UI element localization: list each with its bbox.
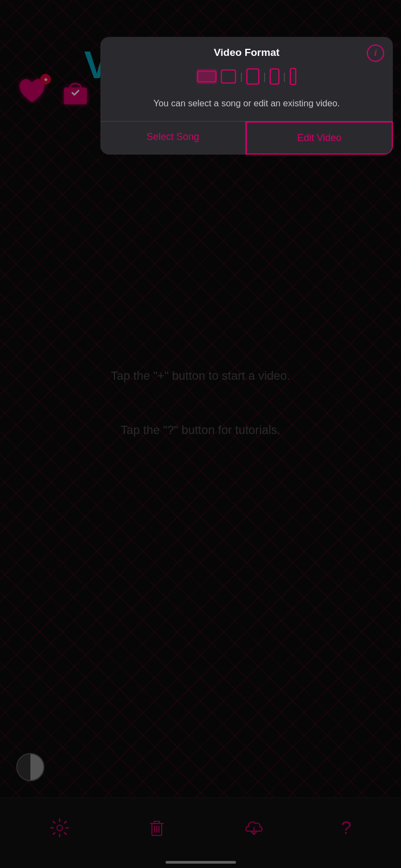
- modal-description: You can select a song or edit an existin…: [100, 92, 393, 121]
- edit-video-button[interactable]: Edit Video: [246, 122, 393, 155]
- format-divider-2: |: [263, 72, 266, 81]
- format-divider-1: |: [240, 72, 243, 81]
- svg-rect-6: [270, 69, 279, 84]
- format-square-wide[interactable]: [220, 69, 237, 84]
- modal-header: Video Format i: [100, 37, 393, 64]
- modal-action-buttons: Select Song Edit Video: [100, 121, 393, 155]
- format-divider-3: |: [283, 72, 286, 81]
- svg-rect-3: [198, 71, 216, 82]
- info-button[interactable]: i: [367, 44, 384, 62]
- svg-rect-5: [247, 69, 259, 84]
- svg-rect-7: [290, 68, 296, 85]
- format-landscape[interactable]: [196, 69, 217, 84]
- svg-rect-4: [221, 70, 235, 83]
- format-portrait-mid[interactable]: [246, 68, 260, 85]
- format-portrait-tall[interactable]: [289, 67, 297, 86]
- modal-title: Video Format: [214, 47, 279, 59]
- format-selector-row: | | |: [100, 64, 393, 92]
- select-song-button[interactable]: Select Song: [100, 122, 246, 155]
- format-portrait-narrow[interactable]: [269, 68, 280, 85]
- home-indicator: [166, 861, 236, 864]
- video-format-modal: Video Format i | | |: [100, 37, 393, 155]
